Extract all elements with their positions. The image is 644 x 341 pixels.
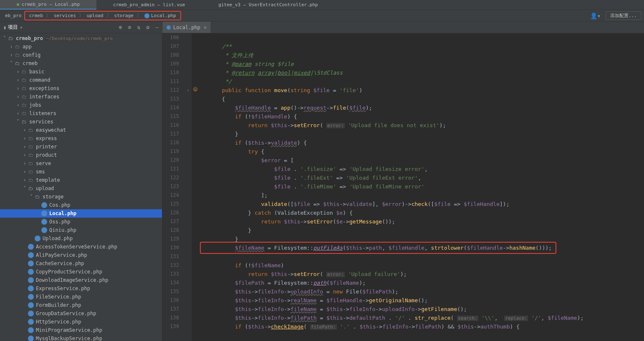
tree-folder[interactable]: ›🗀product bbox=[0, 151, 162, 159]
tree-folder[interactable]: ›🗀jobs bbox=[0, 101, 162, 109]
chevron-icon[interactable]: ˅ bbox=[28, 194, 34, 200]
code-line[interactable]: validate([$file => $this->validate], $er… bbox=[196, 200, 644, 208]
chevron-icon[interactable]: › bbox=[22, 177, 28, 183]
chevron-down-icon[interactable]: ˅ bbox=[2, 35, 8, 41]
sort-icon[interactable]: ⇅ bbox=[137, 24, 141, 30]
tree-file[interactable]: GroupDataService.php bbox=[0, 309, 162, 318]
code-line[interactable]: $fileName = Filesystem::putFileAs($this-… bbox=[196, 243, 644, 252]
code-line[interactable]: $this->fileInfo->uploadInfo = new File($… bbox=[196, 287, 644, 296]
tree-folder[interactable]: ›🗀app bbox=[0, 43, 162, 51]
tree-file[interactable]: FormBuilder.php bbox=[0, 301, 162, 309]
breadcrumb-item[interactable]: storage bbox=[112, 12, 136, 19]
tree-file[interactable]: CopyProductService.php bbox=[0, 268, 162, 276]
tree-folder[interactable]: ›🗀sms bbox=[0, 168, 162, 176]
gear-icon[interactable]: ⚙ bbox=[146, 24, 149, 30]
tree-file[interactable]: MysqlBackupService.php bbox=[0, 334, 162, 341]
tree-folder[interactable]: ›🗀basic bbox=[0, 68, 162, 76]
breadcrumb-prefix[interactable]: eb_pro bbox=[3, 12, 24, 19]
code-line[interactable]: { bbox=[196, 95, 644, 103]
chevron-icon[interactable]: › bbox=[22, 160, 28, 166]
window-tab[interactable]: crmeb_pro_admin – list.vue bbox=[96, 0, 202, 10]
chevron-icon[interactable]: › bbox=[22, 135, 28, 141]
code-area[interactable]: 1061071081091101111121131141151161171181… bbox=[162, 33, 644, 341]
code-line[interactable]: public function move(string $file = 'fil… bbox=[196, 86, 644, 95]
code-line[interactable]: */ bbox=[196, 77, 644, 86]
breadcrumb-item[interactable]: crmeb bbox=[27, 12, 45, 19]
dropdown-icon[interactable]: ▾ bbox=[20, 25, 23, 30]
tree-folder[interactable]: ›🗀serve bbox=[0, 159, 162, 168]
close-icon[interactable]: × bbox=[204, 25, 207, 30]
tree-folder[interactable]: ›🗀printer bbox=[0, 143, 162, 151]
chevron-icon[interactable]: › bbox=[8, 52, 14, 58]
code-line[interactable]: } bbox=[196, 235, 644, 243]
chevron-icon[interactable]: › bbox=[15, 77, 21, 83]
locate-icon[interactable]: ⊕ bbox=[119, 24, 122, 30]
chevron-icon[interactable]: ˅ bbox=[22, 186, 28, 191]
breadcrumb-item[interactable]: upload bbox=[84, 12, 106, 19]
tree-file[interactable]: MiniProgramService.php bbox=[0, 326, 162, 334]
tree-file[interactable]: Qiniu.php bbox=[0, 226, 162, 234]
chevron-icon[interactable]: › bbox=[8, 44, 14, 50]
code-line[interactable]: /** bbox=[196, 42, 644, 51]
code-line[interactable]: return $this->setError($e->getMessage())… bbox=[196, 217, 644, 226]
chevron-icon[interactable]: › bbox=[15, 94, 21, 100]
flatten-icon[interactable]: ≡ bbox=[128, 24, 131, 30]
chevron-icon[interactable]: › bbox=[15, 102, 21, 108]
tree-folder[interactable]: ˅🗀storage bbox=[0, 193, 162, 201]
code-content[interactable]: /** * 文件上传 * @param string $file * @retu… bbox=[192, 33, 644, 341]
code-line[interactable]: $this->fileInfo->fileName = $this->fileI… bbox=[196, 305, 644, 313]
code-line[interactable]: $fileHandle = app()->request->file($file… bbox=[196, 103, 644, 112]
code-line[interactable]: if (!$fileHandle) { bbox=[196, 112, 644, 121]
tree-folder[interactable]: ›🗀listeners bbox=[0, 109, 162, 118]
tree-file[interactable]: AccessTokenServeService.php bbox=[0, 243, 162, 251]
code-line[interactable]: $this->fileInfo->realName = $fileHandle-… bbox=[196, 296, 644, 305]
code-line[interactable]: if (!$fileName) bbox=[196, 261, 644, 270]
code-line[interactable] bbox=[196, 33, 644, 42]
code-line[interactable]: if ($this->checkImage( filePath: '.' . $… bbox=[196, 322, 644, 331]
code-line[interactable]: } bbox=[196, 226, 644, 235]
tree-file[interactable]: Oss.php bbox=[0, 218, 162, 226]
code-line[interactable]: * @return array|bool|mixed|\StdClass bbox=[196, 68, 644, 77]
code-line[interactable]: } catch (ValidateException $e) { bbox=[196, 208, 644, 217]
tree-file[interactable]: Upload.php bbox=[0, 234, 162, 243]
tree-folder[interactable]: ˅🗀services bbox=[0, 118, 162, 126]
code-line[interactable]: * @param string $file bbox=[196, 60, 644, 68]
tree-file[interactable]: ExpressService.php bbox=[0, 284, 162, 293]
tree-folder[interactable]: ›🗀express bbox=[0, 134, 162, 143]
tree-file[interactable]: Cos.php bbox=[0, 201, 162, 209]
editor-tab[interactable]: Local.php × bbox=[162, 22, 211, 33]
chevron-icon[interactable]: › bbox=[22, 127, 28, 133]
breadcrumb-item[interactable]: Local.php bbox=[142, 12, 179, 19]
code-line[interactable]: $error = [ bbox=[196, 156, 644, 165]
code-line[interactable]: $filePath = Filesystem::path($fileName); bbox=[196, 278, 644, 287]
window-tab[interactable]: gitee_v3 – UserExtractController.php bbox=[202, 0, 334, 10]
tree-folder[interactable]: ˅🗀crmeb bbox=[0, 59, 162, 68]
project-tree[interactable]: ˅ 🗀 crmeb_pro ~/Desktop/code/crmeb_pro ›… bbox=[0, 33, 162, 341]
code-line[interactable]: $file . '.fileMime' => 'Upload fileMine … bbox=[196, 182, 644, 191]
tree-folder[interactable]: ›🗀easywechat bbox=[0, 126, 162, 134]
code-line[interactable]: * 文件上传 bbox=[196, 51, 644, 60]
gutter[interactable]: 1061071081091101111121131141151161171181… bbox=[162, 33, 184, 341]
chevron-icon[interactable]: › bbox=[15, 85, 21, 91]
tree-folder[interactable]: ˅🗀upload bbox=[0, 184, 162, 193]
tree-file[interactable]: CacheService.php bbox=[0, 259, 162, 268]
tree-folder[interactable]: ›🗀config bbox=[0, 51, 162, 59]
code-line[interactable]: return $this->setError( error: 'Upload f… bbox=[196, 121, 644, 130]
code-line[interactable]: $file . '.filesize' => 'Upload filesize … bbox=[196, 165, 644, 173]
breadcrumb-item[interactable]: services bbox=[51, 12, 78, 19]
chevron-icon[interactable]: › bbox=[22, 169, 28, 175]
window-tab[interactable]: crmeb_pro – Local.php bbox=[0, 0, 96, 10]
minimize-icon[interactable]: — bbox=[155, 24, 159, 30]
tree-folder[interactable]: ›🗀template bbox=[0, 176, 162, 184]
add-config-button[interactable]: 添加配置... bbox=[606, 11, 641, 20]
code-line[interactable]: return $this->setError( error: 'Upload f… bbox=[196, 270, 644, 278]
tree-folder[interactable]: ›🗀exceptions bbox=[0, 84, 162, 93]
tree-folder[interactable]: ›🗀command bbox=[0, 76, 162, 84]
tree-file[interactable]: DownloadImageService.php bbox=[0, 276, 162, 284]
code-line[interactable]: $this->fileInfo->filePath = $this->defau… bbox=[196, 313, 644, 322]
code-line[interactable]: if ($this->validate) { bbox=[196, 138, 644, 147]
chevron-icon[interactable]: › bbox=[22, 152, 28, 158]
code-line[interactable]: ]; bbox=[196, 191, 644, 200]
code-line[interactable]: try { bbox=[196, 147, 644, 156]
code-line[interactable] bbox=[196, 252, 644, 261]
